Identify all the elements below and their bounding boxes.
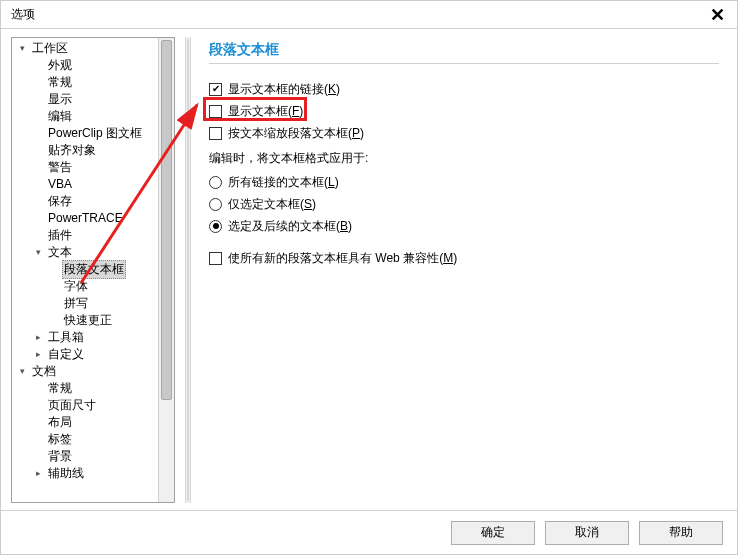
- tree-node-text[interactable]: ▾文本: [12, 244, 174, 261]
- content-panel: 段落文本框 ✔ 显示文本框的链接(K) 显示文本框(F) 按文本缩放段落文本框(…: [191, 29, 737, 511]
- scrollbar-thumb[interactable]: [161, 40, 172, 400]
- radio-label: 所有链接的文本框(L): [228, 174, 339, 191]
- tree-node[interactable]: ·背景: [12, 448, 174, 465]
- tree-node-custom[interactable]: ▸自定义: [12, 346, 174, 363]
- tree-node[interactable]: ·页面尺寸: [12, 397, 174, 414]
- nav-tree: ▾工作区 ·外观 ·常规 ·显示 ·编辑 ·PowerClip 图文框 ·贴齐对…: [11, 37, 175, 503]
- cancel-button[interactable]: 取消: [545, 521, 629, 545]
- checkbox-web-compat[interactable]: 使所有新的段落文本框具有 Web 兼容性(M): [209, 247, 719, 269]
- radio-icon: [209, 176, 222, 189]
- checkbox-show-frame[interactable]: 显示文本框(F): [209, 100, 719, 122]
- checkbox-icon: [209, 105, 222, 118]
- radio-label: 选定及后续的文本框(B): [228, 218, 352, 235]
- tree-node[interactable]: ·布局: [12, 414, 174, 431]
- radio-all-linked[interactable]: 所有链接的文本框(L): [209, 171, 719, 193]
- checkbox-label: 按文本缩放段落文本框(P): [228, 125, 364, 142]
- checkbox-label: 显示文本框的链接(K): [228, 81, 340, 98]
- tree-node-document[interactable]: ▾文档: [12, 363, 174, 380]
- tree-node[interactable]: ·贴齐对象: [12, 142, 174, 159]
- tree-node[interactable]: ·插件: [12, 227, 174, 244]
- tree-scrollbar[interactable]: [158, 38, 174, 502]
- checkbox-icon: [209, 127, 222, 140]
- close-icon[interactable]: ✕: [706, 4, 729, 26]
- checkbox-icon: [209, 252, 222, 265]
- dialog-footer: 确定 取消 帮助: [1, 510, 737, 554]
- radio-selected-only[interactable]: 仅选定文本框(S): [209, 193, 719, 215]
- radio-icon: [209, 198, 222, 211]
- tree-node[interactable]: ·保存: [12, 193, 174, 210]
- main-area: ▾工作区 ·外观 ·常规 ·显示 ·编辑 ·PowerClip 图文框 ·贴齐对…: [1, 29, 737, 511]
- tree-node-guides[interactable]: ▸辅助线: [12, 465, 174, 482]
- radio-selected-and-subsequent[interactable]: 选定及后续的文本框(B): [209, 215, 719, 237]
- checkbox-label: 显示文本框(F): [228, 103, 303, 120]
- tree-node-para-text-frame[interactable]: ·段落文本框: [12, 261, 174, 278]
- help-button[interactable]: 帮助: [639, 521, 723, 545]
- tree-node[interactable]: ·字体: [12, 278, 174, 295]
- tree-node[interactable]: ·常规: [12, 74, 174, 91]
- tree-node[interactable]: ·快速更正: [12, 312, 174, 329]
- tree-node-workspace[interactable]: ▾工作区: [12, 40, 174, 57]
- radio-label: 仅选定文本框(S): [228, 196, 316, 213]
- tree-node[interactable]: ·外观: [12, 57, 174, 74]
- checkbox-label: 使所有新的段落文本框具有 Web 兼容性(M): [228, 250, 457, 267]
- checkbox-icon: ✔: [209, 83, 222, 96]
- tree-pane: ▾工作区 ·外观 ·常规 ·显示 ·编辑 ·PowerClip 图文框 ·贴齐对…: [1, 29, 185, 511]
- ok-button[interactable]: 确定: [451, 521, 535, 545]
- tree-node[interactable]: ·拼写: [12, 295, 174, 312]
- titlebar: 选项 ✕: [1, 1, 737, 29]
- tree-node[interactable]: ·PowerClip 图文框: [12, 125, 174, 142]
- checkbox-fit-frame[interactable]: 按文本缩放段落文本框(P): [209, 122, 719, 144]
- radio-icon: [209, 220, 222, 233]
- group-label: 编辑时，将文本框格式应用于:: [209, 150, 719, 167]
- tree-node[interactable]: ·常规: [12, 380, 174, 397]
- tree-node[interactable]: ·VBA: [12, 176, 174, 193]
- tree-node-toolbox[interactable]: ▸工具箱: [12, 329, 174, 346]
- dialog-title: 选项: [11, 6, 35, 23]
- tree-node[interactable]: ·PowerTRACE: [12, 210, 174, 227]
- tree-node[interactable]: ·编辑: [12, 108, 174, 125]
- tree-node[interactable]: ·警告: [12, 159, 174, 176]
- checkbox-show-links[interactable]: ✔ 显示文本框的链接(K): [209, 78, 719, 100]
- tree-node[interactable]: ·显示: [12, 91, 174, 108]
- tree-node[interactable]: ·标签: [12, 431, 174, 448]
- panel-heading: 段落文本框: [209, 41, 719, 64]
